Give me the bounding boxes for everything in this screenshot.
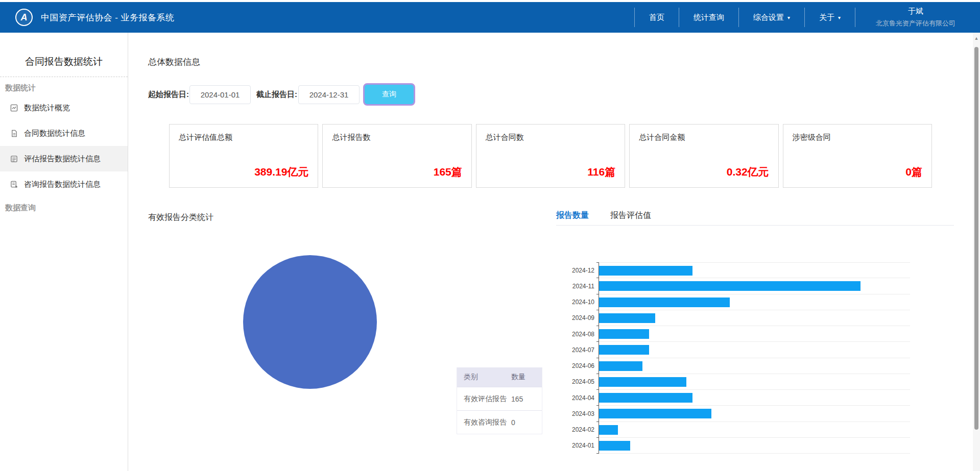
bar-row-2024-09: 2024-09 [563, 310, 910, 326]
sidebar-item-0[interactable]: 数据统计概览 [0, 95, 128, 120]
end-date-label: 截止报告日: [256, 90, 297, 100]
chevron-down-icon: ▾ [838, 15, 841, 20]
scrollbar-up-arrow[interactable]: ▲ [973, 36, 980, 41]
bar-category-label: 2024-04 [563, 390, 599, 406]
axis-tick [596, 389, 599, 390]
bar-row-2024-06: 2024-06 [563, 358, 910, 374]
user-block[interactable]: 于斌 北京鲁光资产评估有限公司 [855, 2, 980, 33]
bar-row-2024-01: 2024-01 [563, 438, 910, 454]
consult-doc-icon [10, 181, 18, 188]
page-heading: 总体数据信息 [148, 56, 200, 68]
bar-category-label: 2024-09 [563, 310, 599, 326]
axis-tick [596, 341, 599, 342]
axis-tick [596, 358, 599, 358]
bar-2024-06 [599, 361, 642, 371]
stat-card-title: 总计评估值总额 [179, 133, 308, 142]
pie-section-title: 有效报告分类统计 [148, 212, 213, 223]
bar-category-label: 2024-03 [563, 406, 599, 422]
bar-row-2024-10: 2024-10 [563, 294, 910, 310]
scrollbar-thumb[interactable] [974, 47, 978, 430]
sidebar-item-3[interactable]: 咨询报告数据统计信息 [0, 171, 128, 197]
sidebar-item-label: 合同数据统计信息 [24, 129, 85, 138]
query-button[interactable]: 查询 [363, 83, 415, 106]
nav-item-3[interactable]: 关于▾ [805, 2, 855, 33]
brand: A 中国资产评估协会 - 业务报备系统 [0, 9, 175, 26]
bar-row-2024-03: 2024-03 [563, 406, 910, 422]
chevron-down-icon: ▾ [787, 15, 790, 20]
bar-2024-10 [599, 298, 730, 307]
bar-2024-01 [599, 441, 630, 451]
nav-item-0[interactable]: 首页 [635, 2, 679, 33]
stat-card-0: 总计评估值总额389.19亿元 [169, 124, 318, 188]
bar-track [599, 422, 910, 438]
count-cell: 0 [510, 418, 542, 427]
bar-2024-08 [599, 329, 649, 339]
bar-row-2024-02: 2024-02 [563, 422, 910, 438]
axis-tick [596, 326, 599, 326]
stat-card-value: 165篇 [434, 165, 462, 179]
bar-row-2024-12: 2024-12 [563, 262, 910, 278]
stat-cards-row: 总计评估值总额389.19亿元总计报告数165篇总计合同数116篇总计合同金额0… [169, 124, 932, 188]
bar-track [599, 374, 910, 390]
bar-2024-05 [599, 377, 686, 387]
nav-item-2[interactable]: 综合设置▾ [739, 2, 804, 33]
pie-chart [243, 255, 377, 389]
bar-track [599, 278, 910, 294]
bar-category-label: 2024-10 [563, 294, 599, 310]
stat-card-title: 总计报告数 [332, 133, 462, 142]
contract-doc-icon [10, 130, 18, 137]
stat-card-4: 涉密级合同0篇 [783, 124, 932, 188]
topbar: A 中国资产评估协会 - 业务报备系统 首页统计查询综合设置▾关于▾ 于斌 北京… [0, 2, 980, 33]
start-date-input[interactable] [189, 85, 251, 104]
count-header-cell: 数量 [510, 373, 542, 382]
axis-tick [596, 294, 599, 294]
category-table-row: 有效评估报告165 [457, 387, 542, 410]
category-cell: 有效评估报告 [457, 394, 510, 404]
category-table-header: 类别 数量 [457, 367, 542, 387]
axis-tick [596, 374, 599, 374]
chart-overview-icon [10, 104, 18, 112]
sidebar-section-data-query: 数据查询 [0, 197, 128, 215]
report-doc-icon [10, 155, 18, 163]
stat-card-2: 总计合同数116篇 [476, 124, 625, 188]
bar-row-2024-11: 2024-11 [563, 278, 910, 294]
stat-card-1: 总计报告数165篇 [322, 124, 471, 188]
stat-card-title: 涉密级合同 [793, 133, 922, 142]
category-table: 类别 数量 有效评估报告165有效咨询报告0 [457, 367, 542, 434]
bar-2024-09 [599, 313, 655, 323]
bar-row-2024-04: 2024-04 [563, 390, 910, 406]
sidebar: 合同报告数据统计 数据统计 数据统计概览合同数据统计信息评估报告数据统计信息咨询… [0, 33, 128, 471]
sidebar-item-label: 评估报告数据统计信息 [24, 154, 101, 164]
bar-2024-02 [599, 425, 618, 435]
axis-tick [596, 278, 599, 278]
stat-card-value: 389.19亿元 [254, 165, 308, 179]
bar-2024-12 [599, 266, 692, 276]
bar-2024-07 [599, 345, 649, 355]
axis-tick [596, 453, 599, 454]
bar-row-2024-05: 2024-05 [563, 374, 910, 390]
nav-item-1[interactable]: 统计查询 [679, 2, 738, 33]
bar-row-2024-07: 2024-07 [563, 342, 910, 358]
stat-card-value: 116篇 [587, 165, 615, 179]
tab-report-count[interactable]: 报告数量 [556, 210, 589, 221]
bar-2024-03 [599, 409, 711, 418]
sidebar-item-label: 数据统计概览 [24, 103, 70, 113]
stat-card-title: 总计合同数 [486, 133, 615, 142]
tab-report-value[interactable]: 报告评估值 [610, 210, 651, 221]
end-date-input[interactable] [298, 85, 360, 104]
bar-category-label: 2024-06 [563, 358, 599, 374]
category-header-cell: 类别 [457, 373, 510, 382]
user-company: 北京鲁光资产评估有限公司 [876, 19, 955, 28]
axis-tick [596, 405, 599, 406]
axis-tick [596, 310, 599, 310]
sidebar-item-1[interactable]: 合同数据统计信息 [0, 120, 128, 146]
bar-track [599, 406, 910, 422]
bar-track [599, 310, 910, 326]
sidebar-item-2[interactable]: 评估报告数据统计信息 [0, 146, 128, 171]
page-scrollbar[interactable]: ▲ [973, 33, 980, 471]
axis-tick [596, 437, 599, 438]
stat-card-value: 0篇 [905, 165, 922, 179]
category-cell: 有效咨询报告 [457, 418, 510, 427]
top-nav: 首页统计查询综合设置▾关于▾ 于斌 北京鲁光资产评估有限公司 [634, 2, 980, 33]
bar-category-label: 2024-07 [563, 342, 599, 358]
